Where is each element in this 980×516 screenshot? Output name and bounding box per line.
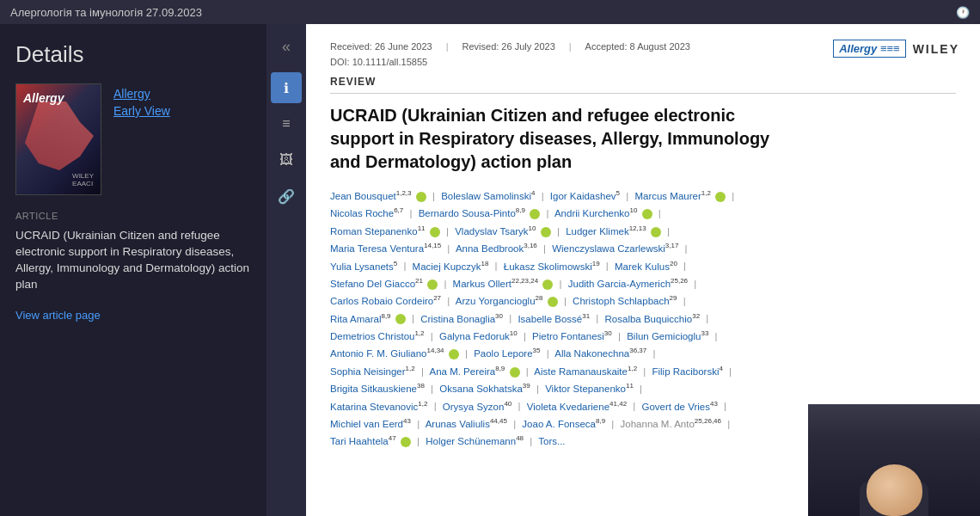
- author-tari[interactable]: Tari Haahtela: [330, 436, 389, 446]
- orcid-icon-7: [651, 227, 661, 237]
- author-pietro[interactable]: Pietro Fontanesi: [532, 331, 604, 341]
- cover-logo: WILEYEAACI: [72, 172, 94, 187]
- author-bernardo[interactable]: Bernardo Sousa-Pinto: [419, 208, 516, 218]
- orcid-icon-2: [715, 192, 726, 202]
- early-view-link[interactable]: Early View: [113, 104, 170, 118]
- author-viktor[interactable]: Viktor Stepanenko: [545, 384, 626, 394]
- main-layout: Details Allergy WILEYEAACI Allergy Early…: [0, 24, 980, 516]
- orcid-icon-6: [541, 227, 551, 237]
- author-arunas[interactable]: Arunas Valiulis: [426, 419, 490, 429]
- author-maria[interactable]: Maria Teresa Ventura: [330, 243, 424, 254]
- author-stefano[interactable]: Stefano Del Giacco: [330, 279, 415, 289]
- top-bar-title: Алергологія та імунологія 27.09.2023: [10, 6, 202, 19]
- orcid-icon-1: [416, 192, 426, 202]
- cover-journal-name: Allergy: [23, 91, 64, 105]
- article-cover-row: Allergy WILEYEAACI Allergy Early View: [15, 83, 251, 195]
- author-wienczyslawa[interactable]: Wienczyslawa Czarlewski: [552, 243, 665, 254]
- author-andrii[interactable]: Andrii Kurchenko: [554, 208, 630, 218]
- video-overlay: [808, 404, 980, 516]
- journal-header: Allergy ≡≡≡ WILEY: [833, 40, 959, 58]
- author-marcus[interactable]: Marcus Maurer: [634, 191, 701, 201]
- clock-icon: 🕐: [956, 6, 970, 19]
- author-judith[interactable]: Judith Garcia-Aymerich: [568, 279, 671, 289]
- collapse-button[interactable]: «: [271, 31, 302, 62]
- author-oksana[interactable]: Oksana Sokhatska: [439, 384, 523, 394]
- author-brigita[interactable]: Brigita Sitkauskiene: [330, 384, 417, 394]
- orcid-icon-10: [548, 297, 558, 307]
- cover-decoration: [25, 101, 94, 170]
- article-doi: DOI: 10.1111/all.15855: [330, 57, 956, 67]
- orcid-icon-11: [395, 314, 406, 324]
- author-tors[interactable]: Tors...: [538, 436, 565, 446]
- author-maciej[interactable]: Maciej Kupczyk: [413, 261, 481, 271]
- author-orysya[interactable]: Orysya Syzon: [443, 401, 505, 411]
- received-date: Received: 26 June 2023: [330, 41, 432, 52]
- author-filip[interactable]: Filip Raciborski: [652, 366, 719, 377]
- image-button[interactable]: 🖼: [271, 144, 302, 175]
- list-button[interactable]: ≡: [271, 108, 302, 139]
- authors-section: Jean Bousquet1,2,3 | Boleslaw Samolinski…: [330, 187, 812, 451]
- wiley-logo: WILEY: [913, 42, 959, 56]
- author-michiel[interactable]: Michiel van Eerd: [330, 419, 403, 429]
- cover-image: Allergy WILEYEAACI: [15, 83, 101, 195]
- info-icon: ℹ: [284, 80, 289, 96]
- list-icon: ≡: [282, 116, 290, 132]
- author-jean-bousquet[interactable]: Jean Bousquet: [330, 191, 396, 201]
- author-nicolas[interactable]: Nicolas Roche: [330, 208, 394, 218]
- author-antonio[interactable]: Antonio F. M. Giuliano: [330, 348, 427, 359]
- author-lukasz[interactable]: Łukasz Skolimowski: [504, 261, 592, 271]
- author-holger[interactable]: Holger Schünemann: [426, 436, 516, 446]
- author-bilun[interactable]: Bilun Gemicioglu: [627, 331, 701, 341]
- author-govert[interactable]: Govert de Vries: [642, 401, 710, 411]
- author-galyna[interactable]: Galyna Fedoruk: [439, 331, 510, 341]
- author-paolo[interactable]: Paolo Lepore: [474, 348, 532, 359]
- author-cristina[interactable]: Cristina Bonaglia: [420, 313, 495, 323]
- author-rita[interactable]: Rita Amaral: [330, 313, 381, 323]
- author-joao[interactable]: Joao A. Fonseca: [522, 419, 596, 429]
- author-ana[interactable]: Ana M. Pereira: [429, 366, 495, 377]
- author-rosalba[interactable]: Rosalba Buquicchio: [605, 313, 693, 323]
- info-button[interactable]: ℹ: [271, 72, 302, 103]
- author-isabelle[interactable]: Isabelle Bossé: [518, 313, 582, 323]
- author-igor[interactable]: Igor Kaidashev: [550, 191, 616, 201]
- right-panel: Allergy ≡≡≡ WILEY Received: 26 June 2023…: [306, 24, 980, 516]
- author-markus[interactable]: Markus Ollert: [453, 279, 511, 289]
- link-button[interactable]: 🔗: [271, 181, 302, 212]
- orcid-icon-5: [430, 227, 440, 237]
- author-alla[interactable]: Alla Nakonechna: [554, 348, 629, 359]
- orcid-icon-9: [542, 280, 553, 290]
- author-more: Johanna M. Anto: [621, 419, 695, 429]
- journal-logo: Allergy ≡≡≡: [833, 40, 905, 58]
- person-head: [867, 464, 922, 516]
- article-section-label: ARTICLE: [15, 211, 251, 221]
- author-anna[interactable]: Anna Bedbrook: [456, 243, 524, 254]
- author-carlos[interactable]: Carlos Robaio Cordeiro: [330, 296, 433, 306]
- top-bar: Алергологія та імунологія 27.09.2023 🕐: [0, 0, 980, 24]
- author-ludger[interactable]: Ludger Klimek: [566, 226, 629, 236]
- orcid-icon-4: [642, 209, 652, 219]
- author-yulia[interactable]: Yulia Lysanets: [330, 261, 394, 271]
- author-boleslaw[interactable]: Boleslaw Samolinski: [441, 191, 531, 201]
- orcid-icon-3: [530, 209, 540, 219]
- journal-link[interactable]: Allergy: [113, 87, 170, 101]
- author-sophia[interactable]: Sophia Neisinger: [330, 366, 406, 377]
- author-arzu[interactable]: Arzu Yorgancioglu: [456, 296, 536, 306]
- author-marek[interactable]: Marek Kulus: [615, 261, 670, 271]
- article-title-left: UCRAID (Ukrainian Citizen and refugee el…: [15, 228, 251, 293]
- author-aiste[interactable]: Aiste Ramanauskaite: [534, 366, 628, 377]
- image-icon: 🖼: [279, 152, 293, 168]
- accepted-date: Accepted: 8 August 2023: [585, 41, 690, 52]
- author-christoph[interactable]: Christoph Schlapbach: [573, 296, 670, 306]
- author-katarina[interactable]: Katarina Stevanovic: [330, 401, 418, 411]
- author-demetrios[interactable]: Demetrios Christou: [330, 331, 414, 341]
- author-violeta[interactable]: Violeta Kvedariene: [527, 401, 609, 411]
- author-vladyslav[interactable]: Vladyslav Tsaryk: [455, 226, 528, 236]
- video-person: [808, 404, 980, 516]
- link-icon: 🔗: [278, 188, 295, 205]
- view-article-link[interactable]: View article page: [15, 309, 101, 322]
- middle-toolbar: « ℹ ≡ 🖼 🔗: [266, 24, 306, 516]
- author-roman[interactable]: Roman Stepanenko: [330, 226, 418, 236]
- article-links: Allergy Early View: [113, 83, 170, 195]
- orcid-icon-8: [427, 280, 438, 290]
- article-type-badge: REVIEW: [330, 76, 956, 94]
